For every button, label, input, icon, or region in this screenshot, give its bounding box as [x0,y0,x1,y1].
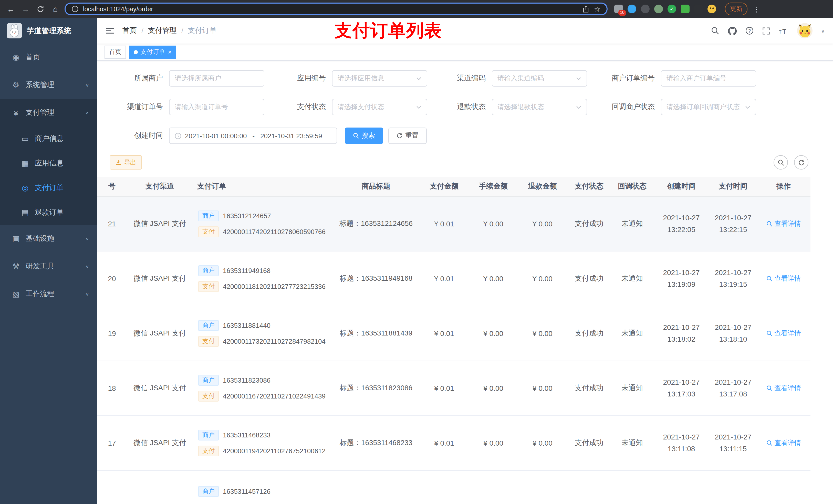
browser-menu-icon[interactable]: ⋮ [751,5,762,13]
view-detail-link[interactable]: 查看详情 [766,329,801,338]
app-title: 芋道管理系统 [27,26,71,35]
create-time-range-input[interactable]: 2021-10-01 00:00:00 - 2021-10-31 23:59:5… [169,127,337,144]
sidebar-item[interactable]: ◎ 支付订单 [0,176,97,200]
forward-button[interactable]: → [20,5,31,13]
channel-order-no-input[interactable]: 请输入渠道订单号 [169,99,264,115]
avatar[interactable] [797,23,812,39]
merchant-order-no-input[interactable]: 请输入商户订单编号 [661,70,756,87]
merchant-order-line: 商户 1635311823086 [194,375,331,385]
share-icon[interactable] [583,5,589,13]
sidebar-item[interactable]: ▣ 基础设施 ∨ [0,225,97,253]
fullscreen-icon[interactable] [762,27,770,34]
view-detail-link[interactable]: 查看详情 [766,274,801,283]
extension-globe-icon[interactable] [654,5,663,13]
clock-icon [175,133,181,139]
product-title-cell: 标题：1635311823086 [332,361,420,415]
extension-puzzle-icon[interactable]: 10 [614,5,623,13]
sidebar-item[interactable]: ▤ 退款订单 [0,200,97,225]
export-button[interactable]: 导出 [110,155,142,170]
site-info-icon[interactable] [72,6,78,12]
font-size-icon[interactable]: TT [779,27,788,34]
filter-placeholder: 请输入商户订单编号 [667,74,751,83]
channel-code-select[interactable]: 请输入渠道编码 [492,70,587,87]
create-time-cell: 2021-10-27 13:11:08 [653,415,710,470]
merchant-select[interactable]: 请选择所属商户 [169,70,264,87]
sidebar-item-label: 退款订单 [35,208,89,217]
date-start-value: 2021-10-01 00:00:00 [185,132,247,140]
extension-check-icon[interactable]: ✓ [668,5,676,13]
create-time-cell: 2021-10-27 13:18:02 [653,306,710,361]
bookmark-star-icon[interactable]: ☆ [594,5,600,13]
reset-button[interactable]: 重置 [388,127,427,144]
callback-status-select[interactable]: 请选择订单回调商户状态 [661,99,756,115]
browser-chrome: ← → ⌂ localhost:1024/pay/order ☆ 10✓ 更新 … [0,0,833,18]
sidebar-item[interactable]: ▭ 商户信息 [0,126,97,151]
breadcrumb-item[interactable]: 支付管理 [148,26,177,35]
merchant-order-no: 1635312124657 [223,212,271,219]
column-header: 支付时间 [710,177,757,196]
column-header: 回调状态 [611,177,653,196]
reload-button[interactable] [35,5,46,13]
pay-status-select[interactable]: 请选择支付状态 [332,99,427,115]
browser-update-button[interactable]: 更新 [725,3,747,15]
github-icon[interactable] [728,26,736,35]
pay-amount-cell: ¥ 0.01 [420,196,469,251]
channel-order-no: 4200001174202110278060590766 [223,228,326,235]
refund-status-select[interactable]: 请选择退款状态 [492,99,587,115]
breadcrumb: 首页/支付管理/支付订单 [122,26,217,35]
tab[interactable]: 首页 [104,45,126,58]
sidebar-item[interactable]: ¥ 支付管理 ∧ [0,99,97,126]
sidebar-item[interactable]: ⚒ 研发工具 ∨ [0,253,97,280]
view-detail-link[interactable]: 查看详情 [766,219,801,228]
product-title-cell: 标题：1635311468233 [332,415,420,470]
chevron-down-icon[interactable]: ∨ [821,28,825,33]
fee-amount-cell: ¥ 0.00 [469,196,518,251]
notify-status-cell [611,470,653,504]
sidebar-item[interactable]: ◉ 首页 [0,44,97,71]
sidebar-item[interactable]: ▧ 工作流程 ∨ [0,280,97,308]
view-detail-link[interactable]: 查看详情 [766,383,801,392]
help-icon[interactable]: ? [745,27,753,35]
extension-dev-icon[interactable] [641,5,649,13]
app-logo[interactable]: 芋道管理系统 [0,18,97,44]
back-button[interactable]: ← [5,5,16,13]
extension-pin-icon[interactable] [694,5,703,13]
notify-status-cell: 未通知 [611,251,653,306]
sidebar-item[interactable]: ⚙ 系统管理 ∨ [0,71,97,99]
grid-icon: ▦ [20,159,31,168]
merchant-badge: 商户 [198,430,219,440]
search-button[interactable]: 搜索 [345,127,383,144]
refund-amount-cell: ¥ 0.00 [518,196,567,251]
app-select[interactable]: 请选择应用信息 [332,70,427,87]
table-row: 21 微信 JSAPI 支付 商户 1635312124657 支付 42000… [97,196,810,251]
filter-placeholder: 请选择所属商户 [175,74,259,83]
column-header: 支付金额 [420,177,469,196]
sidebar-item[interactable]: ▦ 应用信息 [0,151,97,176]
extension-drop-icon[interactable] [627,5,636,13]
refresh-table-button[interactable] [794,155,808,170]
tab-close-icon[interactable]: × [168,48,172,55]
hamburger-icon[interactable] [105,27,114,34]
home-button[interactable]: ⌂ [50,5,61,13]
filter-placeholder: 请选择支付状态 [338,102,414,112]
action-cell [757,470,810,504]
toggle-search-button[interactable] [774,155,788,170]
filter-placeholder: 请输入渠道编码 [497,74,574,83]
search-icon[interactable] [711,27,719,35]
breadcrumb-item: 支付订单 [188,26,217,35]
pay-order-cell: 商户 1635312124657 支付 42000011742021102780… [193,196,332,251]
column-header: 支付渠道 [126,177,193,196]
extension-smiley-icon[interactable] [708,5,716,13]
action-cell: 查看详情 [757,306,810,361]
filter-label: 商户订单编号 [587,74,661,83]
sidebar-item-label: 基础设施 [26,234,85,243]
chevron-icon: ∨ [85,264,89,269]
merchant-order-no: 1635311881440 [223,321,270,329]
refund-amount-cell: ¥ 0.00 [518,251,567,306]
logo-rabbit-icon [7,23,22,39]
breadcrumb-item[interactable]: 首页 [122,26,137,35]
extension-wechat-icon[interactable] [681,5,690,13]
address-bar[interactable]: localhost:1024/pay/order ☆ [65,3,608,15]
view-detail-link[interactable]: 查看详情 [766,438,801,448]
tab[interactable]: 支付订单 × [129,45,176,58]
